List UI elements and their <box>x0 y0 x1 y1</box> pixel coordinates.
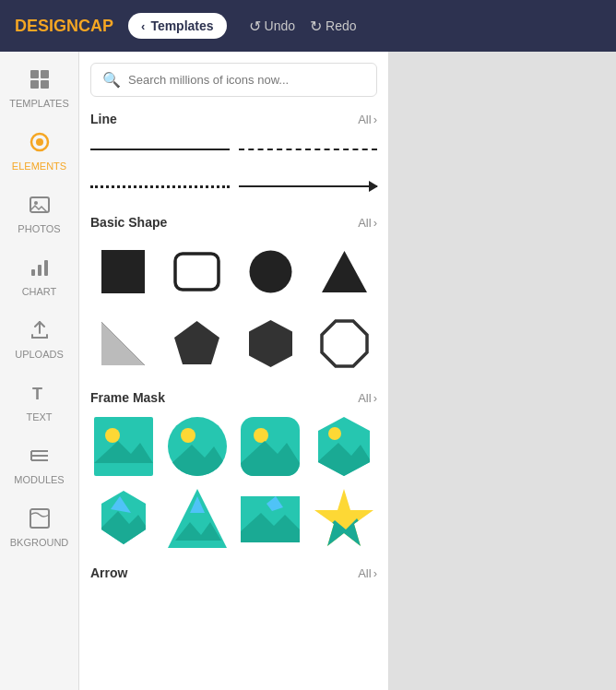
shape-filled-triangle[interactable] <box>311 239 377 303</box>
svg-point-27 <box>105 428 120 443</box>
sidebar-item-label: CHART <box>22 286 57 297</box>
search-input[interactable] <box>128 73 365 87</box>
search-bar: 🔍 <box>90 63 377 97</box>
sidebar-item-photos[interactable]: PHOTOS <box>0 184 78 244</box>
frame-mask-all-button[interactable]: All › <box>358 391 377 405</box>
modules-icon <box>29 445 51 470</box>
redo-button[interactable]: ↻ Redo <box>310 18 356 35</box>
basic-shape-title: Basic Shape <box>90 215 167 230</box>
svg-text:T: T <box>32 385 42 403</box>
shape-right-triangle[interactable] <box>90 311 157 375</box>
svg-rect-6 <box>30 197 49 212</box>
svg-marker-23 <box>174 321 219 364</box>
sidebar-item-label: TEMPLATES <box>9 98 69 109</box>
svg-rect-2 <box>30 80 39 89</box>
basic-shape-section: Basic Shape All › <box>90 215 377 375</box>
sidebar-item-label: TEXT <box>26 411 52 422</box>
svg-point-7 <box>34 201 38 205</box>
canvas-area[interactable] <box>389 52 616 690</box>
line-dashed-shape <box>239 149 378 150</box>
logo-cap: CAP <box>78 17 113 35</box>
arrow-all-button[interactable]: All › <box>358 566 377 580</box>
sidebar-item-bkground[interactable]: BKGROUND <box>0 498 78 557</box>
svg-marker-25 <box>322 321 367 366</box>
frame-hexagon[interactable] <box>311 414 377 479</box>
frame-rect2[interactable] <box>238 486 304 551</box>
line-solid-item[interactable] <box>90 136 230 163</box>
shape-filled-square[interactable] <box>90 239 157 303</box>
chevron-right-icon: › <box>373 391 377 405</box>
sidebar: TEMPLATES ELEMENTS PHOTOS <box>0 52 79 690</box>
sidebar-item-templates[interactable]: TEMPLATES <box>0 59 78 118</box>
templates-icon <box>29 68 51 94</box>
shape-pentagon[interactable] <box>164 311 231 375</box>
line-section-title: Line <box>90 112 117 126</box>
photos-icon <box>29 194 51 220</box>
sidebar-item-text[interactable]: T TEXT <box>0 373 78 432</box>
chevron-right-icon: › <box>373 113 377 126</box>
shape-rounded-rect-outline[interactable] <box>164 239 231 303</box>
frame-circle[interactable] <box>164 414 231 479</box>
redo-label: Redo <box>326 18 356 33</box>
line-dotted-shape <box>90 185 230 188</box>
shape-filled-circle[interactable] <box>238 239 304 303</box>
line-dotted-item[interactable] <box>90 172 230 200</box>
sidebar-item-chart[interactable]: CHART <box>0 247 78 306</box>
arrow-section: Arrow All › <box>90 565 377 580</box>
line-arrow-item[interactable] <box>239 172 378 200</box>
svg-point-19 <box>249 250 291 292</box>
arrow-title: Arrow <box>90 565 127 580</box>
undo-label: Undo <box>265 18 295 33</box>
frame-mask-title: Frame Mask <box>90 390 165 405</box>
search-icon: 🔍 <box>102 71 121 89</box>
sidebar-item-modules[interactable]: MODULES <box>0 435 78 494</box>
frame-star[interactable] <box>311 486 377 551</box>
line-section-header: Line All › <box>90 112 377 126</box>
frame-rect[interactable] <box>90 414 157 479</box>
frame-mask-section: Frame Mask All › <box>90 390 377 551</box>
frames-grid <box>90 414 377 551</box>
header: DESIGNCAP ‹ Templates ↺ Undo ↻ Redo <box>0 0 616 52</box>
sidebar-item-label: BKGROUND <box>10 537 69 548</box>
lines-grid <box>90 136 377 200</box>
chevron-right-icon: › <box>373 216 377 230</box>
svg-rect-17 <box>101 250 145 293</box>
chevron-right-icon: › <box>373 566 377 580</box>
frame-hexagon2[interactable] <box>90 486 157 551</box>
svg-rect-16 <box>30 509 49 528</box>
logo-design: DESIGN <box>15 17 78 35</box>
svg-rect-10 <box>44 260 48 276</box>
sidebar-item-label: UPLOADS <box>15 349 64 360</box>
uploads-icon <box>29 319 51 345</box>
shape-hexagon[interactable] <box>238 311 304 375</box>
svg-marker-24 <box>249 320 292 367</box>
frame-rounded[interactable] <box>238 414 304 479</box>
redo-icon: ↻ <box>310 18 322 35</box>
elements-icon <box>29 131 51 157</box>
sidebar-item-label: MODULES <box>14 474 64 485</box>
undo-icon: ↺ <box>249 18 261 35</box>
templates-btn-label: Templates <box>150 18 213 33</box>
svg-point-31 <box>181 428 195 443</box>
sidebar-item-uploads[interactable]: UPLOADS <box>0 310 78 369</box>
sidebar-item-elements[interactable]: ELEMENTS <box>0 122 78 181</box>
undo-button[interactable]: ↺ Undo <box>249 18 295 35</box>
elements-panel: 🔍 Line All › <box>79 52 389 690</box>
svg-rect-0 <box>30 70 39 78</box>
text-icon: T <box>29 382 51 408</box>
basic-shape-all-button[interactable]: All › <box>358 216 377 230</box>
line-dashed-item[interactable] <box>239 136 378 163</box>
sidebar-item-label: PHOTOS <box>18 223 60 234</box>
frame-triangle[interactable] <box>164 486 231 551</box>
line-all-button[interactable]: All › <box>358 113 377 126</box>
templates-button[interactable]: ‹ Templates <box>128 13 227 39</box>
sidebar-item-label: ELEMENTS <box>12 161 66 172</box>
shape-octagon-outline[interactable] <box>311 311 377 375</box>
chevron-left-icon: ‹ <box>141 19 145 33</box>
line-section: Line All › <box>90 112 377 200</box>
svg-rect-8 <box>31 269 35 276</box>
svg-rect-1 <box>41 70 49 78</box>
logo: DESIGNCAP <box>15 17 113 36</box>
svg-point-5 <box>36 138 43 146</box>
line-arrow-shape <box>239 185 378 187</box>
